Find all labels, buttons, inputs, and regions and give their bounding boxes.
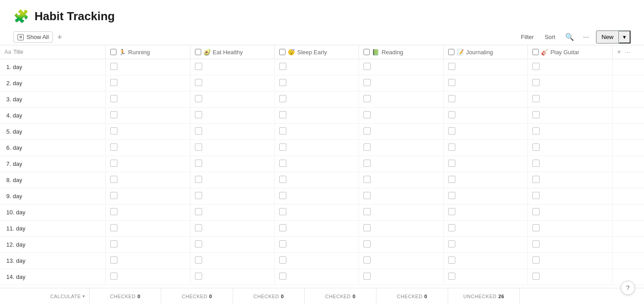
row-journaling-checkbox[interactable] [448, 176, 455, 183]
row-eat-healthy-checkbox[interactable] [195, 160, 202, 167]
row-play-guitar-checkbox[interactable] [532, 63, 540, 70]
row-sleep-early-checkbox[interactable] [279, 208, 286, 215]
row-reading-checkbox[interactable] [363, 208, 371, 215]
row-sleep-early-checkbox[interactable] [279, 256, 286, 264]
sort-button[interactable]: Sort [542, 32, 558, 42]
new-dropdown-button[interactable]: ▾ [619, 30, 631, 43]
row-eat-healthy-checkbox[interactable] [195, 192, 202, 199]
row-eat-healthy-checkbox[interactable] [195, 111, 202, 118]
row-eat-healthy-checkbox[interactable] [195, 240, 202, 248]
row-eat-healthy-checkbox[interactable] [195, 273, 202, 280]
row-play-guitar-checkbox[interactable] [532, 79, 540, 86]
row-reading-checkbox[interactable] [363, 176, 371, 183]
row-sleep-early-checkbox[interactable] [279, 63, 286, 70]
search-button[interactable]: 🔍 [563, 31, 576, 43]
row-journaling-checkbox[interactable] [448, 240, 455, 248]
row-journaling-checkbox[interactable] [448, 95, 455, 102]
row-running-checkbox[interactable] [110, 63, 117, 70]
row-reading-checkbox[interactable] [363, 160, 371, 167]
row-reading-checkbox[interactable] [363, 63, 371, 70]
row-running-checkbox[interactable] [110, 192, 117, 199]
row-play-guitar-checkbox[interactable] [532, 176, 540, 183]
row-sleep-early-checkbox[interactable] [279, 240, 286, 248]
row-running-checkbox[interactable] [110, 143, 117, 151]
row-eat-healthy-checkbox[interactable] [195, 143, 202, 151]
row-journaling-checkbox[interactable] [448, 192, 455, 199]
row-journaling-checkbox[interactable] [448, 111, 455, 118]
row-sleep-early-checkbox[interactable] [279, 160, 286, 167]
row-journaling-checkbox[interactable] [448, 224, 455, 231]
row-running-checkbox[interactable] [110, 79, 117, 86]
row-sleep-early-checkbox[interactable] [279, 224, 286, 231]
row-sleep-early-checkbox[interactable] [279, 143, 286, 151]
row-play-guitar-checkbox[interactable] [532, 160, 540, 167]
row-play-guitar-checkbox[interactable] [532, 240, 540, 248]
row-eat-healthy-checkbox[interactable] [195, 63, 202, 70]
row-sleep-early-checkbox[interactable] [279, 192, 286, 199]
new-button[interactable]: New [596, 30, 619, 43]
row-reading-checkbox[interactable] [363, 79, 371, 86]
row-reading-checkbox[interactable] [363, 143, 371, 151]
col-reading-checkbox[interactable] [363, 49, 370, 55]
row-running-checkbox[interactable] [110, 111, 117, 118]
more-options-button[interactable]: ··· [581, 31, 591, 43]
row-sleep-early-checkbox[interactable] [279, 111, 286, 118]
row-play-guitar-checkbox[interactable] [532, 143, 540, 151]
row-eat-healthy-checkbox[interactable] [195, 224, 202, 231]
row-running-checkbox[interactable] [110, 224, 117, 231]
row-sleep-early-checkbox[interactable] [279, 176, 286, 183]
row-reading-checkbox[interactable] [363, 127, 371, 135]
row-reading-checkbox[interactable] [363, 111, 371, 118]
row-running-checkbox[interactable] [110, 127, 117, 135]
row-play-guitar-checkbox[interactable] [532, 208, 540, 215]
col-play-guitar-checkbox[interactable] [532, 49, 539, 55]
help-button[interactable]: ? [621, 281, 635, 295]
col-running-checkbox[interactable] [110, 49, 117, 55]
row-sleep-early-checkbox[interactable] [279, 127, 286, 135]
row-journaling-checkbox[interactable] [448, 256, 455, 264]
row-journaling-checkbox[interactable] [448, 79, 455, 86]
row-play-guitar-checkbox[interactable] [532, 273, 540, 280]
row-running-checkbox[interactable] [110, 256, 117, 264]
row-eat-healthy-checkbox[interactable] [195, 127, 202, 135]
row-journaling-checkbox[interactable] [448, 160, 455, 167]
column-options-button[interactable]: ··· [625, 48, 630, 56]
filter-button[interactable]: Filter [518, 32, 536, 42]
add-column-button[interactable]: + [617, 48, 621, 56]
row-reading-checkbox[interactable] [363, 192, 371, 199]
footer-calculate[interactable]: Calculate ▾ [0, 288, 90, 304]
row-running-checkbox[interactable] [110, 208, 117, 215]
row-journaling-checkbox[interactable] [448, 143, 455, 151]
row-eat-healthy-checkbox[interactable] [195, 95, 202, 102]
row-reading-checkbox[interactable] [363, 273, 371, 280]
row-play-guitar-checkbox[interactable] [532, 127, 540, 135]
show-all-button[interactable]: ⊞ Show All [13, 31, 53, 43]
row-sleep-early-checkbox[interactable] [279, 95, 286, 102]
row-running-checkbox[interactable] [110, 160, 117, 167]
row-play-guitar-checkbox[interactable] [532, 95, 540, 102]
row-running-checkbox[interactable] [110, 240, 117, 248]
row-running-checkbox[interactable] [110, 273, 117, 280]
row-journaling-checkbox[interactable] [448, 273, 455, 280]
row-eat-healthy-checkbox[interactable] [195, 208, 202, 215]
row-sleep-early-checkbox[interactable] [279, 79, 286, 86]
col-journaling-checkbox[interactable] [448, 49, 454, 55]
col-sleep-early-checkbox[interactable] [279, 49, 285, 55]
row-eat-healthy-checkbox[interactable] [195, 79, 202, 86]
row-running-checkbox[interactable] [110, 95, 117, 102]
row-play-guitar-checkbox[interactable] [532, 256, 540, 264]
row-reading-checkbox[interactable] [363, 95, 371, 102]
row-play-guitar-checkbox[interactable] [532, 111, 540, 118]
col-eat-healthy-checkbox[interactable] [195, 49, 201, 55]
row-reading-checkbox[interactable] [363, 240, 371, 248]
row-play-guitar-checkbox[interactable] [532, 224, 540, 231]
row-sleep-early-checkbox[interactable] [279, 273, 286, 280]
row-eat-healthy-checkbox[interactable] [195, 176, 202, 183]
row-reading-checkbox[interactable] [363, 256, 371, 264]
row-running-checkbox[interactable] [110, 176, 117, 183]
row-journaling-checkbox[interactable] [448, 127, 455, 135]
row-journaling-checkbox[interactable] [448, 208, 455, 215]
row-play-guitar-checkbox[interactable] [532, 192, 540, 199]
row-journaling-checkbox[interactable] [448, 63, 455, 70]
row-reading-checkbox[interactable] [363, 224, 371, 231]
